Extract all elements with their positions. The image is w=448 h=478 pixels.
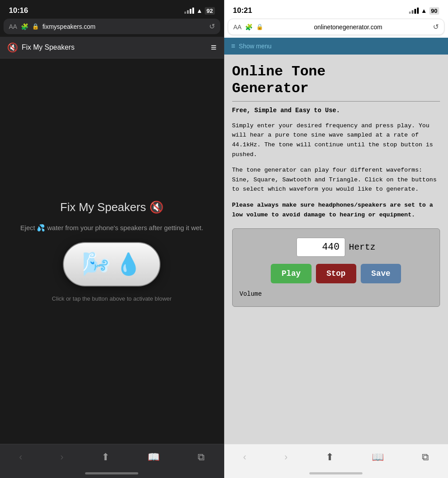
water-emoji: 💧 [115, 252, 142, 277]
right-panel: 10:21 ▲ 90 AA 🧩 🔒 onlinetonegenerator.co… [224, 0, 448, 478]
hamburger-menu-left[interactable]: ≡ [211, 43, 217, 52]
description1-right: Simply enter your desired frequency and … [232, 121, 440, 159]
forward-btn-right: › [277, 450, 295, 465]
time-right: 10:21 [233, 6, 252, 15]
status-icons-right: ▲ 90 [409, 7, 439, 15]
aa-button-left[interactable]: AA [9, 23, 17, 30]
bookmarks-btn-right[interactable]: 📖 [365, 450, 391, 465]
menu-hamburger-icon[interactable]: ≡ [231, 42, 235, 50]
left-panel: 10:16 ▲ 92 AA 🧩 🔒 fixmyspeakers.com ↺ 🔇 … [0, 0, 224, 478]
menu-bar-right[interactable]: ≡ Show menu [224, 38, 448, 55]
tone-buttons-row: Play Stop Save [240, 264, 433, 283]
lock-icon-left: 🔒 [32, 23, 39, 30]
blower-button[interactable]: 🌬️ 💧 [63, 242, 160, 286]
title-divider [232, 101, 440, 102]
tabs-btn-right[interactable]: ⧉ [415, 450, 436, 465]
play-button[interactable]: Play [271, 264, 311, 283]
tone-generator-box: Hertz Play Stop Save Volume [232, 228, 440, 307]
status-bar-right: 10:21 ▲ 90 [224, 0, 448, 19]
status-bar-left: 10:16 ▲ 92 [0, 0, 224, 19]
address-bar-right[interactable]: AA 🧩 🔒 onlinetonegenerator.com ↺ [228, 19, 445, 35]
refresh-icon-left[interactable]: ↺ [209, 22, 215, 31]
signal-icon-right [409, 8, 419, 14]
main-content-right: Online ToneGenerator Free, Simple and Ea… [224, 55, 448, 444]
wifi-icon-right: ▲ [421, 7, 427, 14]
hero-subtitle-left: Eject 💦 water from your phone's speakers… [20, 223, 203, 233]
frequency-row: Hertz [240, 238, 433, 257]
tabs-btn-left[interactable]: ⧉ [191, 450, 212, 465]
hero-title-left: Fix My Speakers 🔇 [60, 200, 164, 214]
nav-bar-left: 🔇 Fix My Speakers ≡ [0, 37, 224, 59]
url-left[interactable]: fixmyspeakers.com [43, 23, 206, 30]
description2-right: The tone generator can play four differe… [232, 165, 440, 194]
time-left: 10:16 [9, 6, 28, 15]
brand-icon-left: 🔇 [7, 42, 18, 53]
warning-right: Please always make sure headphones/speak… [232, 200, 440, 219]
show-menu-label[interactable]: Show menu [239, 43, 272, 50]
bookmarks-btn-left[interactable]: 📖 [140, 450, 167, 465]
home-indicator-right [309, 472, 362, 474]
frequency-input[interactable] [296, 238, 345, 257]
puzzle-icon-left: 🧩 [21, 23, 28, 30]
brand-name-left: Fix My Speakers [22, 43, 74, 51]
share-btn-right[interactable]: ⬆ [319, 450, 341, 465]
share-btn-left[interactable]: ⬆ [94, 450, 117, 465]
hertz-label: Hertz [345, 242, 375, 252]
main-content-left: Fix My Speakers 🔇 Eject 💦 water from you… [0, 59, 224, 444]
refresh-icon-right[interactable]: ↺ [433, 23, 439, 31]
home-indicator-left [85, 472, 138, 474]
back-btn-right: ‹ [236, 450, 253, 465]
blower-emoji: 🌬️ [82, 251, 111, 278]
tagline-right: Free, Simple and Easy to Use. [232, 107, 440, 114]
aa-button-right[interactable]: AA [234, 24, 242, 31]
volume-label: Volume [240, 290, 262, 298]
save-button[interactable]: Save [361, 264, 401, 283]
back-btn-left: ‹ [12, 450, 29, 465]
address-bar-left[interactable]: AA 🧩 🔒 fixmyspeakers.com ↺ [4, 19, 220, 34]
status-icons-left: ▲ 92 [184, 7, 214, 15]
hint-text-left: Click or tap the button above to activat… [52, 295, 171, 302]
signal-icon-left [184, 8, 194, 14]
battery-right: 90 [429, 7, 439, 15]
brand-left: 🔇 Fix My Speakers [7, 42, 74, 53]
stop-button[interactable]: Stop [316, 264, 356, 283]
wifi-icon-left: ▲ [196, 7, 203, 14]
battery-left: 92 [205, 7, 214, 15]
url-right[interactable]: onlinetonegenerator.com [267, 24, 429, 31]
lock-icon-right: 🔒 [256, 24, 263, 30]
forward-btn-left: › [53, 450, 70, 465]
puzzle-icon-right: 🧩 [245, 24, 253, 31]
page-title-right: Online ToneGenerator [232, 63, 440, 98]
